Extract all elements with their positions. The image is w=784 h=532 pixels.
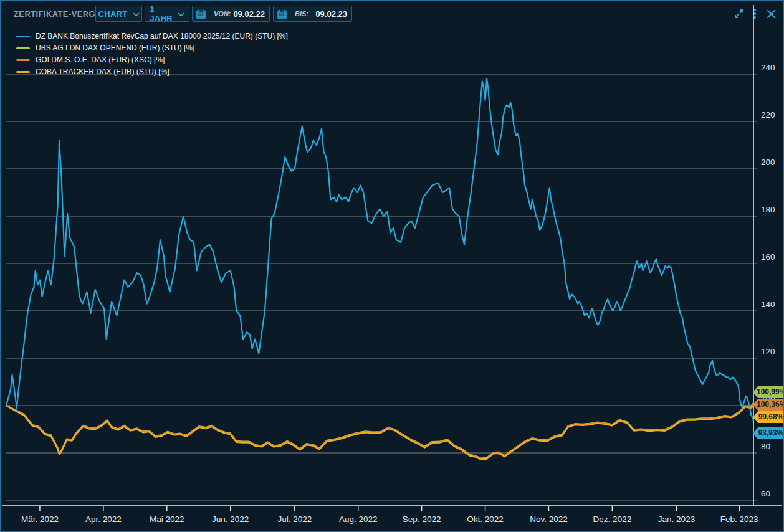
x-axis-label: Mär. 2022 <box>21 515 59 524</box>
y-axis-label: 80 <box>761 442 770 451</box>
legend-item-label: DZ BANK Bonuszertifikat RevCap auf DAX 1… <box>36 32 288 40</box>
y-axis-label: 160 <box>761 252 775 262</box>
series-line <box>6 405 753 459</box>
x-axis-label: Jul. 2022 <box>277 515 312 524</box>
legend-swatch-icon <box>16 36 30 37</box>
legend-item[interactable]: GOLDM.S. O.E. DAX (EUR) (XSC) [%] <box>16 55 288 64</box>
value-badge: 93,93% <box>753 427 784 439</box>
legend-swatch-icon <box>16 71 30 73</box>
certificate-comparison-window: ZERTIFIKATE-VERGLEICH CHART 1 JAHR <box>0 0 784 532</box>
y-axis-label: 180 <box>761 205 775 214</box>
x-axis-label: Nov. 2022 <box>530 515 568 524</box>
series-line <box>6 79 753 420</box>
y-axis-label: 140 <box>761 300 775 309</box>
y-axis-label: 120 <box>761 347 775 356</box>
legend-item[interactable]: UBS AG LDN DAX OPENEND (EUR) (STU) [%] <box>16 44 288 52</box>
x-axis-label: Okt. 2022 <box>467 515 504 524</box>
x-axis-label: Jan. 2023 <box>658 515 695 524</box>
x-axis-label: Sep. 2022 <box>403 515 441 524</box>
legend-item[interactable]: DZ BANK Bonuszertifikat RevCap auf DAX 1… <box>16 32 288 40</box>
legend: DZ BANK Bonuszertifikat RevCap auf DAX 1… <box>16 32 288 79</box>
value-badge: 99,68% <box>753 411 784 423</box>
value-badge: 100,36% <box>753 399 784 411</box>
chart-plot-area[interactable]: 6080100120140160180200220240Mär. 2022Apr… <box>1 1 784 532</box>
value-badge: 100,99% <box>753 386 784 398</box>
x-axis-label: Apr. 2022 <box>85 515 122 524</box>
x-axis-label: Jun. 2022 <box>212 515 249 524</box>
y-axis-label: 60 <box>761 489 770 498</box>
y-axis-label: 200 <box>761 158 775 167</box>
x-axis-label: Feb. 2023 <box>720 515 758 524</box>
legend-item-label: COBA TRACKER DAX (EUR) (STU) [%] <box>36 67 169 76</box>
x-axis-label: Aug. 2022 <box>339 515 378 524</box>
legend-swatch-icon <box>16 47 30 49</box>
legend-item-label: GOLDM.S. O.E. DAX (EUR) (XSC) [%] <box>36 55 165 64</box>
x-axis-label: Dez. 2022 <box>593 515 632 524</box>
legend-item[interactable]: COBA TRACKER DAX (EUR) (STU) [%] <box>16 67 288 76</box>
series-line <box>6 406 753 460</box>
legend-swatch-icon <box>16 59 30 61</box>
legend-item-label: UBS AG LDN DAX OPENEND (EUR) (STU) [%] <box>36 44 194 52</box>
y-axis-label: 220 <box>761 110 775 120</box>
x-axis-label: Mai 2022 <box>150 515 184 524</box>
y-axis-label: 240 <box>761 63 775 72</box>
